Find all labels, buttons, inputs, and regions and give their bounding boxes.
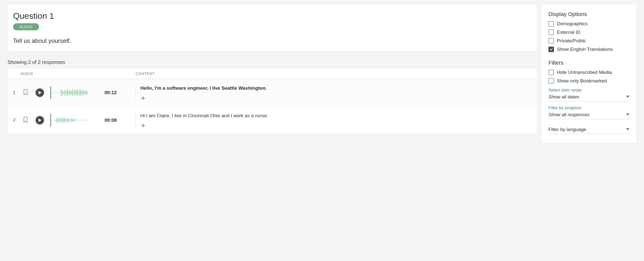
header-content: CONTENT	[136, 72, 531, 76]
checkbox-hide-untranscribed[interactable]: Hide Untranscribed Media	[548, 70, 629, 75]
language-filter-select[interactable]: Filter by language	[548, 125, 629, 134]
question-card: Question 1 AUDIO Tell us about yourself.	[8, 5, 537, 51]
row-index: 1	[13, 90, 23, 95]
main-area: Question 1 AUDIO Tell us about yourself.…	[8, 5, 537, 134]
checkbox-external-id[interactable]: External ID	[548, 30, 629, 35]
audio-waveform[interactable]: 00:08	[51, 114, 136, 126]
response-content: Hello, I'm a software engineer, I live S…	[136, 85, 531, 101]
table-row: 2 00:08	[8, 107, 537, 134]
date-range-select[interactable]: Show all dates	[548, 93, 629, 101]
row-index: 2	[13, 117, 23, 123]
options-panel: Display Options Demographics External ID…	[541, 5, 636, 143]
bookmark-icon[interactable]	[23, 89, 28, 96]
chevron-down-icon	[626, 127, 629, 132]
checkbox-private-public[interactable]: Private/Public	[548, 38, 629, 44]
add-tag-button[interactable]	[140, 123, 146, 128]
checkbox-show-translations[interactable]: Show English Translations	[548, 47, 629, 52]
chevron-down-icon	[626, 94, 629, 100]
question-text: Tell us about yourself.	[13, 37, 531, 44]
table-header: AUDIO CONTENT	[8, 69, 537, 79]
add-tag-button[interactable]	[140, 95, 146, 101]
checkbox-demographics[interactable]: Demographics	[548, 21, 629, 27]
audio-waveform[interactable]: 00:12	[51, 86, 136, 99]
filters-heading: Filters	[548, 60, 629, 66]
chevron-down-icon	[626, 112, 629, 117]
response-content: Hi I am Claire, I live in Cincinnati Ohi…	[136, 112, 531, 128]
table-row: 1 00:12	[8, 79, 537, 107]
checkbox-show-bookmarked[interactable]: Show only Bookmarked	[548, 78, 629, 84]
progress-filter-label: Filter by progress	[548, 105, 629, 110]
response-count-text: Showing 2 of 2 responses	[8, 59, 537, 65]
question-type-badge: AUDIO	[13, 23, 39, 30]
play-button[interactable]	[36, 88, 44, 97]
progress-filter-select[interactable]: Show all responses	[548, 110, 629, 119]
audio-duration: 00:08	[105, 117, 117, 123]
question-title: Question 1	[13, 11, 531, 21]
header-audio: AUDIO	[21, 72, 33, 76]
play-button[interactable]	[36, 116, 44, 124]
bookmark-icon[interactable]	[23, 117, 28, 124]
date-range-label: Select date range	[548, 88, 629, 93]
display-options-heading: Display Options	[548, 11, 629, 18]
responses-table: AUDIO CONTENT 1	[8, 69, 537, 134]
audio-duration: 00:12	[105, 90, 117, 95]
